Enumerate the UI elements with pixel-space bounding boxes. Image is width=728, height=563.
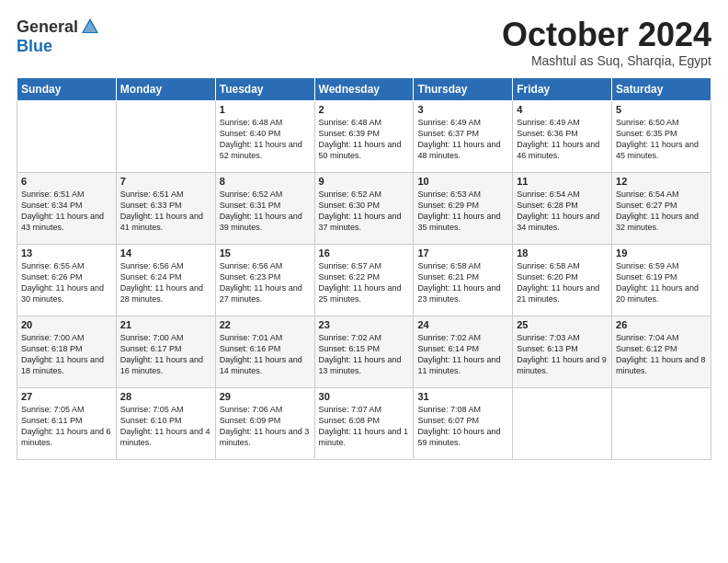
cell-info: Sunrise: 6:54 AMSunset: 6:27 PMDaylight:… [616,189,707,234]
day-number: 14 [120,247,211,259]
logo: General Blue [17,17,100,56]
day-number: 26 [616,319,707,330]
calendar-cell: 22Sunrise: 7:01 AMSunset: 6:16 PMDayligh… [215,316,314,387]
calendar-cell: 12Sunrise: 6:54 AMSunset: 6:27 PMDayligh… [612,172,711,244]
day-number: 27 [21,391,112,402]
day-number: 8 [220,176,311,187]
day-header-friday: Friday [513,77,612,100]
day-number: 29 [220,391,311,402]
calendar-cell: 23Sunrise: 7:02 AMSunset: 6:15 PMDayligh… [314,316,414,387]
calendar-cell: 16Sunrise: 6:57 AMSunset: 6:22 PMDayligh… [314,244,414,316]
cell-info: Sunrise: 6:56 AMSunset: 6:23 PMDaylight:… [220,260,311,305]
cell-info: Sunrise: 6:53 AMSunset: 6:29 PMDaylight:… [417,189,508,234]
calendar-cell [17,100,117,172]
cell-info: Sunrise: 6:51 AMSunset: 6:34 PMDaylight:… [21,189,112,234]
cell-info: Sunrise: 7:07 AMSunset: 6:08 PMDaylight:… [319,404,410,449]
cell-info: Sunrise: 6:51 AMSunset: 6:33 PMDaylight:… [120,189,211,234]
cell-info: Sunrise: 6:49 AMSunset: 6:37 PMDaylight:… [417,117,508,162]
cell-info: Sunrise: 7:04 AMSunset: 6:12 PMDaylight:… [616,332,707,377]
day-header-thursday: Thursday [414,77,513,100]
calendar-cell: 6Sunrise: 6:51 AMSunset: 6:34 PMDaylight… [17,172,117,244]
day-number: 25 [517,319,608,330]
calendar-cell: 18Sunrise: 6:58 AMSunset: 6:20 PMDayligh… [513,244,612,316]
month-title: October 2024 [502,17,711,53]
day-number: 2 [319,104,410,115]
day-number: 22 [220,319,311,330]
week-row-5: 27Sunrise: 7:05 AMSunset: 6:11 PMDayligh… [17,387,711,459]
calendar-cell: 20Sunrise: 7:00 AMSunset: 6:18 PMDayligh… [17,316,117,387]
day-number: 16 [319,247,410,259]
day-number: 1 [220,104,311,115]
day-number: 11 [517,176,608,187]
logo-blue-text: Blue [17,37,52,55]
cell-info: Sunrise: 6:58 AMSunset: 6:21 PMDaylight:… [417,260,508,305]
day-number: 4 [517,104,608,115]
calendar-cell [116,100,215,172]
cell-info: Sunrise: 7:01 AMSunset: 6:16 PMDaylight:… [220,332,311,377]
calendar-cell: 9Sunrise: 6:52 AMSunset: 6:30 PMDaylight… [314,172,414,244]
calendar-table: SundayMondayTuesdayWednesdayThursdayFrid… [17,77,711,460]
cell-info: Sunrise: 6:58 AMSunset: 6:20 PMDaylight:… [517,260,608,305]
day-number: 6 [21,176,112,187]
calendar-cell: 5Sunrise: 6:50 AMSunset: 6:35 PMDaylight… [612,100,711,172]
cell-info: Sunrise: 6:48 AMSunset: 6:39 PMDaylight:… [319,117,410,162]
week-row-3: 13Sunrise: 6:55 AMSunset: 6:26 PMDayligh… [17,244,711,316]
day-number: 3 [417,104,508,115]
day-number: 21 [120,319,211,330]
calendar-cell: 24Sunrise: 7:02 AMSunset: 6:14 PMDayligh… [414,316,513,387]
calendar-cell: 14Sunrise: 6:56 AMSunset: 6:24 PMDayligh… [116,244,215,316]
calendar-cell: 13Sunrise: 6:55 AMSunset: 6:26 PMDayligh… [17,244,117,316]
calendar-cell: 4Sunrise: 6:49 AMSunset: 6:36 PMDaylight… [513,100,612,172]
logo-general-text: General [17,17,78,37]
day-number: 28 [120,391,211,402]
day-number: 19 [616,247,707,259]
logo-icon [80,17,100,37]
cell-info: Sunrise: 7:00 AMSunset: 6:18 PMDaylight:… [21,332,112,377]
day-number: 24 [417,319,508,330]
day-number: 13 [21,247,112,259]
cell-info: Sunrise: 7:02 AMSunset: 6:15 PMDaylight:… [319,332,410,377]
calendar-cell: 21Sunrise: 7:00 AMSunset: 6:17 PMDayligh… [116,316,215,387]
calendar-cell [513,387,612,459]
cell-info: Sunrise: 6:54 AMSunset: 6:28 PMDaylight:… [517,189,608,234]
day-number: 30 [319,391,410,402]
day-header-tuesday: Tuesday [215,77,314,100]
day-number: 7 [120,176,211,187]
day-header-sunday: Sunday [17,77,117,100]
calendar-cell: 17Sunrise: 6:58 AMSunset: 6:21 PMDayligh… [414,244,513,316]
cell-info: Sunrise: 6:48 AMSunset: 6:40 PMDaylight:… [220,117,311,162]
calendar-cell: 8Sunrise: 6:52 AMSunset: 6:31 PMDaylight… [215,172,314,244]
header-row: SundayMondayTuesdayWednesdayThursdayFrid… [17,77,711,100]
day-header-monday: Monday [116,77,215,100]
header: General Blue October 2024 Mashtul as Suq… [17,17,711,68]
day-number: 5 [616,104,707,115]
day-number: 12 [616,176,707,187]
page: General Blue October 2024 Mashtul as Suq… [0,0,728,563]
cell-info: Sunrise: 7:06 AMSunset: 6:09 PMDaylight:… [220,404,311,449]
cell-info: Sunrise: 7:05 AMSunset: 6:10 PMDaylight:… [120,404,211,449]
cell-info: Sunrise: 7:00 AMSunset: 6:17 PMDaylight:… [120,332,211,377]
calendar-cell: 26Sunrise: 7:04 AMSunset: 6:12 PMDayligh… [612,316,711,387]
day-number: 15 [220,247,311,259]
calendar-cell: 31Sunrise: 7:08 AMSunset: 6:07 PMDayligh… [414,387,513,459]
cell-info: Sunrise: 6:56 AMSunset: 6:24 PMDaylight:… [120,260,211,305]
calendar-cell: 19Sunrise: 6:59 AMSunset: 6:19 PMDayligh… [612,244,711,316]
cell-info: Sunrise: 6:57 AMSunset: 6:22 PMDaylight:… [319,260,410,305]
cell-info: Sunrise: 6:49 AMSunset: 6:36 PMDaylight:… [517,117,608,162]
title-block: October 2024 Mashtul as Suq, Sharqia, Eg… [502,17,711,68]
cell-info: Sunrise: 6:55 AMSunset: 6:26 PMDaylight:… [21,260,112,305]
calendar-cell: 29Sunrise: 7:06 AMSunset: 6:09 PMDayligh… [215,387,314,459]
calendar-cell [612,387,711,459]
day-number: 23 [319,319,410,330]
calendar-cell: 25Sunrise: 7:03 AMSunset: 6:13 PMDayligh… [513,316,612,387]
day-number: 20 [21,319,112,330]
day-number: 18 [517,247,608,259]
calendar-cell: 1Sunrise: 6:48 AMSunset: 6:40 PMDaylight… [215,100,314,172]
cell-info: Sunrise: 7:03 AMSunset: 6:13 PMDaylight:… [517,332,608,377]
day-number: 9 [319,176,410,187]
day-number: 10 [417,176,508,187]
cell-info: Sunrise: 6:50 AMSunset: 6:35 PMDaylight:… [616,117,707,162]
cell-info: Sunrise: 7:05 AMSunset: 6:11 PMDaylight:… [21,404,112,449]
day-header-saturday: Saturday [612,77,711,100]
calendar-cell: 15Sunrise: 6:56 AMSunset: 6:23 PMDayligh… [215,244,314,316]
